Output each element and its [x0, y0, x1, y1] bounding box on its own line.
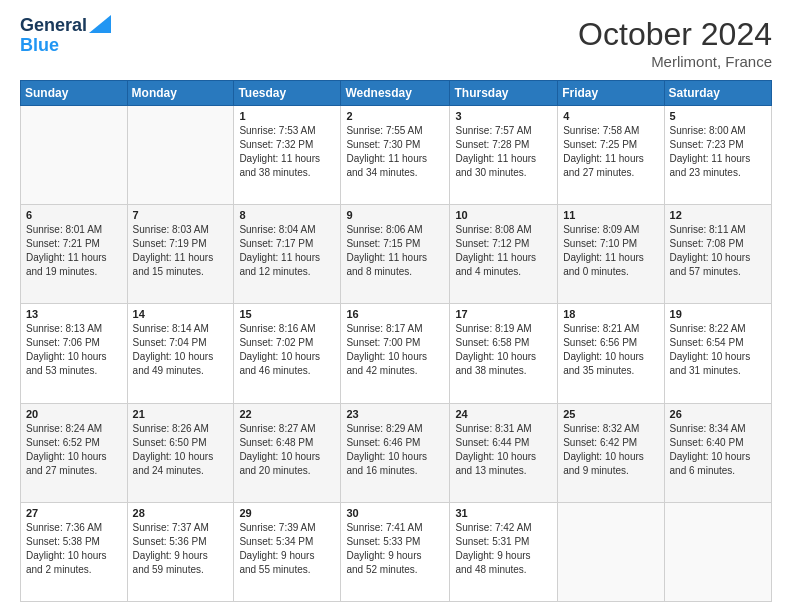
calendar-cell: [558, 502, 664, 601]
day-info: Sunrise: 7:55 AM Sunset: 7:30 PM Dayligh…: [346, 124, 444, 180]
weekday-header: Saturday: [664, 81, 771, 106]
day-info: Sunrise: 8:01 AM Sunset: 7:21 PM Dayligh…: [26, 223, 122, 279]
day-number: 17: [455, 308, 552, 320]
calendar-cell: 13Sunrise: 8:13 AM Sunset: 7:06 PM Dayli…: [21, 304, 128, 403]
day-number: 3: [455, 110, 552, 122]
day-info: Sunrise: 8:19 AM Sunset: 6:58 PM Dayligh…: [455, 322, 552, 378]
day-number: 24: [455, 408, 552, 420]
calendar-cell: 31Sunrise: 7:42 AM Sunset: 5:31 PM Dayli…: [450, 502, 558, 601]
svg-marker-0: [89, 15, 111, 33]
day-info: Sunrise: 8:17 AM Sunset: 7:00 PM Dayligh…: [346, 322, 444, 378]
day-number: 10: [455, 209, 552, 221]
day-info: Sunrise: 8:27 AM Sunset: 6:48 PM Dayligh…: [239, 422, 335, 478]
calendar-cell: 18Sunrise: 8:21 AM Sunset: 6:56 PM Dayli…: [558, 304, 664, 403]
calendar-cell: [664, 502, 771, 601]
day-info: Sunrise: 8:24 AM Sunset: 6:52 PM Dayligh…: [26, 422, 122, 478]
day-number: 21: [133, 408, 229, 420]
day-info: Sunrise: 8:09 AM Sunset: 7:10 PM Dayligh…: [563, 223, 658, 279]
day-number: 12: [670, 209, 766, 221]
day-number: 14: [133, 308, 229, 320]
day-info: Sunrise: 8:13 AM Sunset: 7:06 PM Dayligh…: [26, 322, 122, 378]
day-number: 8: [239, 209, 335, 221]
day-info: Sunrise: 8:22 AM Sunset: 6:54 PM Dayligh…: [670, 322, 766, 378]
weekday-header: Wednesday: [341, 81, 450, 106]
calendar-cell: 1Sunrise: 7:53 AM Sunset: 7:32 PM Daylig…: [234, 106, 341, 205]
calendar-cell: 10Sunrise: 8:08 AM Sunset: 7:12 PM Dayli…: [450, 205, 558, 304]
logo-icon: [89, 15, 111, 33]
day-info: Sunrise: 7:37 AM Sunset: 5:36 PM Dayligh…: [133, 521, 229, 577]
weekday-header: Thursday: [450, 81, 558, 106]
day-number: 5: [670, 110, 766, 122]
day-number: 7: [133, 209, 229, 221]
day-info: Sunrise: 8:34 AM Sunset: 6:40 PM Dayligh…: [670, 422, 766, 478]
calendar-header-row: SundayMondayTuesdayWednesdayThursdayFrid…: [21, 81, 772, 106]
day-info: Sunrise: 8:00 AM Sunset: 7:23 PM Dayligh…: [670, 124, 766, 180]
month-title: October 2024: [578, 16, 772, 53]
calendar-cell: 2Sunrise: 7:55 AM Sunset: 7:30 PM Daylig…: [341, 106, 450, 205]
calendar-cell: 21Sunrise: 8:26 AM Sunset: 6:50 PM Dayli…: [127, 403, 234, 502]
calendar-cell: 22Sunrise: 8:27 AM Sunset: 6:48 PM Dayli…: [234, 403, 341, 502]
day-number: 22: [239, 408, 335, 420]
day-info: Sunrise: 8:31 AM Sunset: 6:44 PM Dayligh…: [455, 422, 552, 478]
day-info: Sunrise: 7:36 AM Sunset: 5:38 PM Dayligh…: [26, 521, 122, 577]
calendar-cell: 15Sunrise: 8:16 AM Sunset: 7:02 PM Dayli…: [234, 304, 341, 403]
calendar-cell: 7Sunrise: 8:03 AM Sunset: 7:19 PM Daylig…: [127, 205, 234, 304]
day-number: 2: [346, 110, 444, 122]
calendar-cell: 29Sunrise: 7:39 AM Sunset: 5:34 PM Dayli…: [234, 502, 341, 601]
day-info: Sunrise: 8:06 AM Sunset: 7:15 PM Dayligh…: [346, 223, 444, 279]
day-number: 15: [239, 308, 335, 320]
day-number: 26: [670, 408, 766, 420]
day-number: 27: [26, 507, 122, 519]
day-number: 6: [26, 209, 122, 221]
calendar-cell: 30Sunrise: 7:41 AM Sunset: 5:33 PM Dayli…: [341, 502, 450, 601]
day-number: 25: [563, 408, 658, 420]
calendar-cell: 25Sunrise: 8:32 AM Sunset: 6:42 PM Dayli…: [558, 403, 664, 502]
page: General Blue October 2024 Merlimont, Fra…: [0, 0, 792, 612]
weekday-header: Sunday: [21, 81, 128, 106]
day-number: 1: [239, 110, 335, 122]
calendar-cell: 16Sunrise: 8:17 AM Sunset: 7:00 PM Dayli…: [341, 304, 450, 403]
calendar-week-row: 13Sunrise: 8:13 AM Sunset: 7:06 PM Dayli…: [21, 304, 772, 403]
calendar-cell: 4Sunrise: 7:58 AM Sunset: 7:25 PM Daylig…: [558, 106, 664, 205]
day-number: 31: [455, 507, 552, 519]
day-number: 29: [239, 507, 335, 519]
calendar-cell: 17Sunrise: 8:19 AM Sunset: 6:58 PM Dayli…: [450, 304, 558, 403]
day-number: 20: [26, 408, 122, 420]
logo-blue: Blue: [20, 36, 59, 56]
day-number: 13: [26, 308, 122, 320]
day-number: 4: [563, 110, 658, 122]
calendar-cell: 27Sunrise: 7:36 AM Sunset: 5:38 PM Dayli…: [21, 502, 128, 601]
logo-general: General: [20, 16, 87, 36]
weekday-header: Friday: [558, 81, 664, 106]
weekday-header: Tuesday: [234, 81, 341, 106]
calendar-cell: 26Sunrise: 8:34 AM Sunset: 6:40 PM Dayli…: [664, 403, 771, 502]
logo: General Blue: [20, 16, 111, 56]
day-info: Sunrise: 8:03 AM Sunset: 7:19 PM Dayligh…: [133, 223, 229, 279]
calendar-cell: 8Sunrise: 8:04 AM Sunset: 7:17 PM Daylig…: [234, 205, 341, 304]
calendar-cell: 11Sunrise: 8:09 AM Sunset: 7:10 PM Dayli…: [558, 205, 664, 304]
day-info: Sunrise: 8:04 AM Sunset: 7:17 PM Dayligh…: [239, 223, 335, 279]
calendar-table: SundayMondayTuesdayWednesdayThursdayFrid…: [20, 80, 772, 602]
day-info: Sunrise: 8:16 AM Sunset: 7:02 PM Dayligh…: [239, 322, 335, 378]
calendar-cell: 14Sunrise: 8:14 AM Sunset: 7:04 PM Dayli…: [127, 304, 234, 403]
weekday-header: Monday: [127, 81, 234, 106]
calendar-cell: 9Sunrise: 8:06 AM Sunset: 7:15 PM Daylig…: [341, 205, 450, 304]
day-info: Sunrise: 8:21 AM Sunset: 6:56 PM Dayligh…: [563, 322, 658, 378]
location: Merlimont, France: [578, 53, 772, 70]
calendar-week-row: 27Sunrise: 7:36 AM Sunset: 5:38 PM Dayli…: [21, 502, 772, 601]
day-info: Sunrise: 7:41 AM Sunset: 5:33 PM Dayligh…: [346, 521, 444, 577]
day-number: 30: [346, 507, 444, 519]
header: General Blue October 2024 Merlimont, Fra…: [20, 16, 772, 70]
calendar-cell: 19Sunrise: 8:22 AM Sunset: 6:54 PM Dayli…: [664, 304, 771, 403]
calendar-cell: 24Sunrise: 8:31 AM Sunset: 6:44 PM Dayli…: [450, 403, 558, 502]
day-number: 16: [346, 308, 444, 320]
calendar-cell: 6Sunrise: 8:01 AM Sunset: 7:21 PM Daylig…: [21, 205, 128, 304]
day-info: Sunrise: 8:26 AM Sunset: 6:50 PM Dayligh…: [133, 422, 229, 478]
day-info: Sunrise: 8:14 AM Sunset: 7:04 PM Dayligh…: [133, 322, 229, 378]
day-info: Sunrise: 7:53 AM Sunset: 7:32 PM Dayligh…: [239, 124, 335, 180]
calendar-cell: [127, 106, 234, 205]
day-number: 9: [346, 209, 444, 221]
day-info: Sunrise: 7:58 AM Sunset: 7:25 PM Dayligh…: [563, 124, 658, 180]
calendar-cell: 28Sunrise: 7:37 AM Sunset: 5:36 PM Dayli…: [127, 502, 234, 601]
calendar-cell: 12Sunrise: 8:11 AM Sunset: 7:08 PM Dayli…: [664, 205, 771, 304]
